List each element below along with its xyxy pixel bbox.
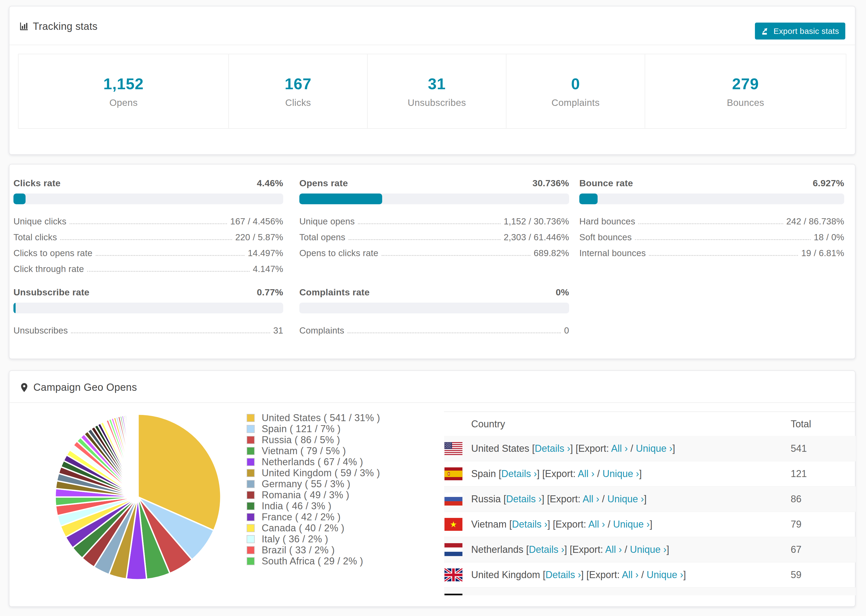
rate-row-value: 4.147% bbox=[253, 264, 283, 274]
geo-opens-header: Campaign Geo Opens bbox=[9, 371, 855, 403]
country-name: Germany bbox=[471, 594, 511, 595]
details-link[interactable]: Details › bbox=[516, 594, 552, 595]
rate-title: Unsubscribe rate bbox=[13, 286, 90, 298]
export-all-link[interactable]: All › bbox=[583, 493, 599, 504]
export-unique-link[interactable]: Unique › bbox=[613, 519, 650, 530]
geo-opens-title: Campaign Geo Opens bbox=[33, 382, 137, 393]
rate-progress-fill bbox=[579, 193, 598, 204]
dotted-leader bbox=[382, 255, 531, 256]
geo-table-row-vn: Vietnam [Details ›] [Export: All › / Uni… bbox=[444, 512, 856, 537]
stat-box-opens: 1,152Opens bbox=[19, 54, 228, 128]
country-name: United States bbox=[471, 443, 529, 454]
rate-row: Total clicks220 / 5.87% bbox=[13, 229, 283, 245]
legend-label: United States ( 541 / 31% ) bbox=[262, 412, 380, 424]
legend-item-italy: Italy ( 36 / 2% ) bbox=[247, 534, 380, 544]
rate-title: Opens rate bbox=[299, 178, 348, 189]
details-link[interactable]: Details › bbox=[506, 493, 542, 504]
rate-value: 6.927% bbox=[813, 178, 844, 189]
rate-block-opens-rate: Opens rate30.736%Unique opens1,152 / 30.… bbox=[299, 178, 569, 277]
export-all-link[interactable]: All › bbox=[622, 569, 638, 580]
rate-row-value: 1,152 / 30.736% bbox=[504, 216, 569, 226]
legend-swatch bbox=[247, 502, 255, 510]
export-unique-link[interactable]: Unique › bbox=[607, 493, 644, 504]
legend-item-netherlands: Netherlands ( 67 / 4% ) bbox=[247, 457, 380, 467]
geo-opens-card: Campaign Geo Opens United States ( 541 /… bbox=[9, 370, 855, 607]
legend-item-vietnam: Vietnam ( 79 / 5% ) bbox=[247, 446, 380, 456]
stat-label: Complaints bbox=[506, 97, 645, 108]
rate-row: Click through rate4.147% bbox=[13, 261, 283, 277]
legend-item-brazil: Brazil ( 33 / 2% ) bbox=[247, 545, 380, 555]
dotted-leader bbox=[638, 223, 783, 224]
rate-row: Opens to clicks rate689.82% bbox=[299, 245, 569, 261]
export-basic-stats-button[interactable]: Export basic stats bbox=[755, 23, 845, 39]
country-total: 79 bbox=[791, 512, 856, 537]
rate-title: Bounce rate bbox=[579, 178, 633, 189]
rate-row: Hard bounces242 / 86.738% bbox=[579, 214, 844, 229]
country-name: Vietnam bbox=[471, 519, 506, 530]
rate-row-value: 2,303 / 61.446% bbox=[504, 232, 569, 242]
rate-block-unsubscribe-rate: Unsubscribe rate0.77%Unsubscribes31 bbox=[13, 286, 283, 338]
geo-pie-chart[interactable] bbox=[54, 413, 222, 581]
geo-table-header-country: Country bbox=[471, 412, 791, 436]
geo-table-row-de: Germany [Details ›] [Export: All › / Uni… bbox=[444, 588, 856, 595]
legend-label: South Africa ( 29 / 2% ) bbox=[262, 556, 363, 567]
country-name: United Kingdom bbox=[471, 569, 540, 580]
rate-row-value: 220 / 5.87% bbox=[235, 232, 283, 242]
map-pin-icon bbox=[19, 382, 30, 393]
details-link[interactable]: Details › bbox=[501, 468, 537, 479]
details-link[interactable]: Details › bbox=[529, 544, 564, 555]
country-flag-vn-icon bbox=[444, 512, 471, 537]
export-all-link[interactable]: All › bbox=[611, 443, 628, 454]
dotted-leader bbox=[70, 223, 227, 224]
stat-value: 31 bbox=[368, 75, 506, 93]
legend-label: Germany ( 55 / 3% ) bbox=[262, 478, 350, 490]
rate-progress-fill bbox=[13, 303, 16, 313]
export-all-link[interactable]: All › bbox=[589, 519, 605, 530]
rate-block-bounce-rate: Bounce rate6.927%Hard bounces242 / 86.73… bbox=[579, 178, 844, 277]
details-link[interactable]: Details › bbox=[535, 443, 570, 454]
rate-row: Complaints0 bbox=[299, 322, 569, 338]
legend-item-united-kingdom: United Kingdom ( 59 / 3% ) bbox=[247, 468, 380, 478]
legend-label: Brazil ( 33 / 2% ) bbox=[262, 545, 335, 556]
legend-item-russia: Russia ( 86 / 5% ) bbox=[247, 435, 380, 445]
export-unique-link[interactable]: Unique › bbox=[630, 544, 666, 555]
rates-card: Clicks rate4.46%Unique clicks167 / 4.456… bbox=[9, 164, 855, 359]
export-unique-link[interactable]: Unique › bbox=[636, 443, 672, 454]
rate-row-value: 19 / 6.81% bbox=[801, 248, 844, 258]
rate-row-value: 242 / 86.738% bbox=[786, 216, 844, 226]
rate-progress-fill bbox=[13, 193, 25, 204]
rate-row-label: Clicks to opens rate bbox=[13, 248, 93, 258]
export-icon bbox=[761, 27, 770, 36]
country-flag-us-icon bbox=[444, 436, 471, 461]
rate-row: Total opens2,303 / 61.446% bbox=[299, 229, 569, 245]
legend-swatch bbox=[247, 480, 255, 488]
export-unique-link[interactable]: Unique › bbox=[617, 594, 654, 595]
export-all-link[interactable]: All › bbox=[605, 544, 622, 555]
export-unique-link[interactable]: Unique › bbox=[602, 468, 639, 479]
details-link[interactable]: Details › bbox=[545, 569, 581, 580]
rate-value: 4.46% bbox=[257, 178, 283, 189]
pie-slice-other[interactable] bbox=[138, 414, 138, 497]
legend-label: United Kingdom ( 59 / 3% ) bbox=[262, 467, 380, 479]
rate-row-label: Unique opens bbox=[299, 216, 355, 226]
export-all-link[interactable]: All › bbox=[593, 594, 609, 595]
rate-block-complaints-rate: Complaints rate0%Complaints0 bbox=[299, 286, 569, 338]
rate-row-label: Complaints bbox=[299, 325, 344, 336]
stat-box-complaints: 0Complaints bbox=[506, 54, 645, 128]
rate-progress-bar bbox=[13, 193, 283, 204]
rate-row: Clicks to opens rate14.497% bbox=[13, 245, 283, 261]
country-total: 541 bbox=[791, 436, 856, 461]
rate-row-label: Soft bounces bbox=[579, 232, 632, 242]
dotted-leader bbox=[358, 223, 501, 224]
legend-item-india: India ( 46 / 3% ) bbox=[247, 501, 380, 511]
stat-box-bounces: 279Bounces bbox=[645, 54, 846, 128]
details-link[interactable]: Details › bbox=[512, 519, 547, 530]
legend-item-south-africa: South Africa ( 29 / 2% ) bbox=[247, 556, 380, 566]
rate-row: Unsubscribes31 bbox=[13, 322, 283, 338]
country-flag-nl-icon bbox=[444, 537, 471, 562]
rate-row-label: Hard bounces bbox=[579, 216, 635, 226]
stats-summary-row: 1,152Opens167Clicks31Unsubscribes0Compla… bbox=[18, 54, 846, 129]
export-all-link[interactable]: All › bbox=[578, 468, 594, 479]
export-unique-link[interactable]: Unique › bbox=[647, 569, 683, 580]
legend-swatch bbox=[247, 524, 255, 532]
